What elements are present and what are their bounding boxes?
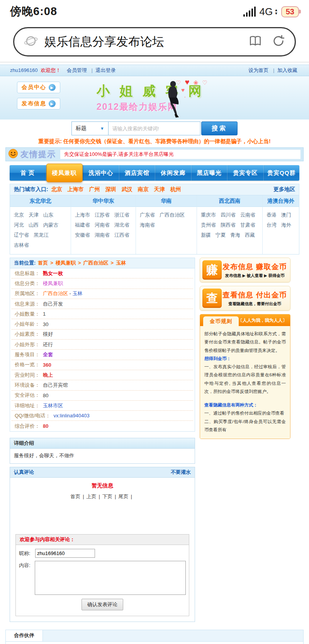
add-favorite-link[interactable]: 加入收藏: [277, 67, 297, 73]
province-link[interactable]: 江西省: [114, 230, 129, 240]
chrome-divider: [0, 62, 309, 62]
province-link[interactable]: 河南省: [95, 220, 110, 230]
province-link[interactable]: 河北: [14, 220, 24, 230]
arrow-circle-icon: ▶: [49, 100, 56, 107]
nav-tab-2[interactable]: 楼凤兼职: [46, 164, 83, 182]
nickname-input[interactable]: [35, 549, 95, 558]
province-link[interactable]: 北京: [14, 210, 24, 220]
search-input[interactable]: [109, 121, 200, 135]
member-manage-link[interactable]: 会员管理: [67, 67, 87, 73]
province-link[interactable]: 台湾: [267, 220, 277, 230]
city-link[interactable]: 杭州: [170, 186, 181, 192]
search-bar: 标题 ▼ 搜索: [0, 120, 309, 137]
search-category-select[interactable]: 标题 ▼: [71, 121, 109, 135]
info-value-link[interactable]: vx:linlina940403: [53, 413, 89, 419]
username-link[interactable]: zhu1696160: [10, 67, 38, 73]
province-link[interactable]: 西藏: [245, 230, 255, 240]
nav-tab-7[interactable]: 贵宾专区: [228, 165, 264, 181]
breadcrumb-link[interactable]: 玉林: [116, 260, 126, 266]
province-link[interactable]: 湖南省: [95, 230, 110, 240]
region-column: 港澳台海外香港澳门台湾海外: [263, 195, 299, 254]
breadcrumb-link[interactable]: 楼凤兼职: [56, 260, 76, 266]
city-link[interactable]: 北京: [51, 186, 62, 192]
province-link[interactable]: 湖北省: [114, 220, 129, 230]
submit-comment-button[interactable]: 确认发表评论: [81, 599, 123, 610]
set-homepage-link[interactable]: 设为首页: [248, 67, 268, 73]
nav-tab-8[interactable]: 贵宾QQ群: [264, 165, 300, 181]
more-regions-link[interactable]: 更多地区: [273, 186, 295, 193]
logout-link[interactable]: 退出登录: [95, 67, 115, 73]
partners-section: 合作伙伴 小姐威客网: [5, 630, 304, 644]
pay-coins-banner[interactable]: 查 查看信息 付出金币 查看隐藏信息，需要付出金币: [200, 286, 290, 311]
city-link[interactable]: 上海市: [68, 186, 84, 192]
province-link[interactable]: 青海: [230, 230, 240, 240]
nav-tab-5[interactable]: 休闲发廊: [155, 165, 192, 181]
pagination-link[interactable]: 首页: [70, 494, 80, 499]
post-info-button[interactable]: 发布信息 ▶: [17, 98, 60, 109]
bookmarks-icon[interactable]: [248, 34, 262, 50]
province-link[interactable]: 广东省: [140, 210, 155, 220]
info-row: 小姐素质：很好: [12, 330, 193, 340]
province-link[interactable]: 天津: [29, 210, 39, 220]
nav-tab-3[interactable]: 洗浴中心: [83, 165, 119, 181]
province-link[interactable]: 吉林省: [14, 240, 29, 250]
earn-subtitle: 发布信息 ▶ 被人查看 ▶ 获得金币: [222, 273, 288, 278]
info-value-link[interactable]: 广西自治区: [43, 290, 68, 296]
province-link[interactable]: 江苏省: [95, 210, 110, 220]
province-link[interactable]: 四川省: [221, 210, 236, 220]
province-link[interactable]: 宁夏: [216, 230, 226, 240]
province-link[interactable]: 山东: [43, 210, 53, 220]
province-link[interactable]: 安徽省: [75, 230, 90, 240]
city-link[interactable]: 广州: [89, 186, 100, 192]
pagination-link[interactable]: 下页: [102, 494, 112, 499]
pagination-link[interactable]: 尾页: [118, 494, 128, 499]
info-value-text: 熟女一枚: [43, 270, 63, 276]
city-link[interactable]: 深圳: [105, 186, 116, 192]
province-link[interactable]: 重庆市: [201, 210, 216, 220]
province-link[interactable]: 贵州省: [201, 220, 216, 230]
province-link[interactable]: 广西自治区: [160, 210, 185, 220]
city-link[interactable]: 武汉: [122, 186, 132, 192]
main-nav: 首 页楼凤兼职洗浴中心酒店宾馆休闲发廊黑店曝光贵宾专区贵宾QQ群: [10, 165, 299, 181]
search-button[interactable]: 搜索: [201, 121, 238, 135]
no-comments-text: 暂无信息: [10, 482, 195, 489]
nav-tab-4[interactable]: 酒店宾馆: [119, 165, 156, 181]
nav-tab-1[interactable]: 首 页: [10, 165, 46, 181]
rules-paragraph: [204, 396, 286, 401]
info-label: 小姐外形：: [15, 341, 40, 348]
info-row: 小姐外形：还行: [12, 340, 193, 350]
comment-content-textarea[interactable]: [35, 561, 186, 595]
info-value-text: 全套: [43, 352, 53, 357]
province-link[interactable]: 浙江省: [114, 210, 129, 220]
breadcrumb-link[interactable]: 首页: [38, 260, 48, 266]
battery-indicator: 53: [281, 6, 299, 17]
info-row: 信息来源：自己开发: [12, 299, 193, 309]
province-link[interactable]: 福建省: [75, 220, 90, 230]
province-link[interactable]: 海南省: [140, 220, 155, 230]
info-value-link[interactable]: 玉林: [73, 290, 83, 296]
province-link[interactable]: 甘肃省: [240, 220, 255, 230]
user-bar-right: 设为首页 | 加入收藏: [248, 67, 299, 74]
browser-address-bar[interactable]: 娱乐信息分享发布论坛: [13, 27, 296, 56]
province-link[interactable]: 新疆: [201, 230, 211, 240]
city-link[interactable]: 南京: [138, 186, 149, 192]
nav-tab-6[interactable]: 黑店曝光: [192, 165, 228, 181]
province-link[interactable]: 香港: [267, 210, 277, 220]
city-link[interactable]: 天津: [154, 186, 165, 192]
province-link[interactable]: 黑龙江: [34, 230, 49, 240]
province-link[interactable]: 山西: [29, 220, 39, 230]
earn-coins-banner[interactable]: 赚 发布信息 赚取金币 发布信息 ▶ 被人查看 ▶ 获得金币: [200, 258, 290, 282]
member-center-button[interactable]: 会员中心 ▶: [17, 82, 60, 93]
pagination-link[interactable]: 上页: [87, 494, 97, 499]
info-value-link[interactable]: 玉林市区: [43, 403, 63, 408]
province-link[interactable]: 上海市: [75, 210, 90, 220]
province-link[interactable]: 澳门: [281, 210, 291, 220]
province-link[interactable]: 海外: [281, 220, 291, 230]
region-header: 西北西南: [197, 195, 262, 207]
province-link[interactable]: 陕西省: [221, 220, 236, 230]
province-link[interactable]: 内蒙古: [43, 220, 58, 230]
refresh-icon[interactable]: [272, 34, 285, 50]
province-link[interactable]: 辽宁省: [14, 230, 29, 240]
province-link[interactable]: 云南省: [240, 210, 255, 220]
breadcrumb-link[interactable]: 广西自治区: [83, 260, 109, 266]
